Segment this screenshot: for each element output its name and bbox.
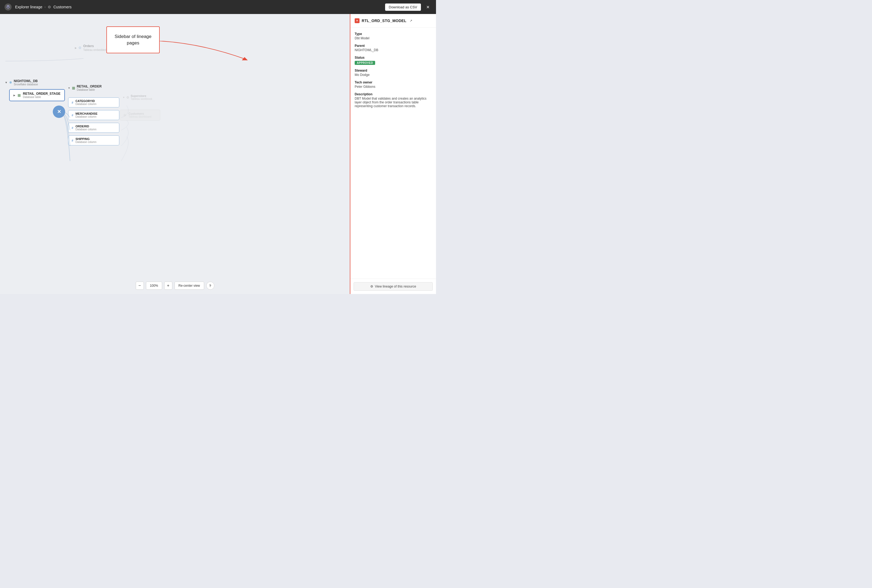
- column-categoryid-name: CATEGORYID: [75, 99, 96, 103]
- customers-faded-node[interactable]: ⚙ Customers Tableau dashboard: [120, 110, 160, 121]
- gear-icon: ⚙: [48, 5, 51, 9]
- tech-owner-value: Peter Gibbons: [355, 85, 432, 88]
- column-shipping-name: SHIPPING: [75, 137, 96, 141]
- field-description: Description DBT Model that validates and…: [355, 92, 432, 108]
- nightowl-db-label-row[interactable]: ▼ ❄ NIGHTOWL_DB Snowflake database: [5, 79, 65, 86]
- column-icon-shipping: #: [72, 139, 73, 142]
- app-logo: [4, 3, 12, 11]
- superstore-sub: Tableau workbook: [131, 98, 152, 100]
- column-icon-orderid: #: [72, 126, 73, 129]
- sidebar-content: Type Dbt Model Parent NIGHTOWL_DB Status…: [350, 28, 436, 279]
- svg-point-2: [6, 7, 8, 8]
- customers-faded-name: Customers: [129, 112, 152, 115]
- column-orderid[interactable]: # ORDERID Database column: [68, 123, 119, 133]
- breadcrumb: Explorer lineage › ⚙ Customers: [15, 5, 72, 9]
- customers-icon: ⚙: [123, 113, 126, 117]
- nightowl-db-group: ▼ ❄ NIGHTOWL_DB Snowflake database ▶ ▦ R…: [5, 79, 65, 101]
- expand-table-icon[interactable]: ▶: [14, 94, 15, 97]
- close-button[interactable]: ×: [424, 3, 432, 11]
- field-steward: Steward Mo Dodge: [355, 69, 432, 77]
- svg-point-1: [7, 5, 9, 7]
- annotation-box: Sidebar of lineage pages: [107, 26, 160, 53]
- superstore-icon: ⚙: [126, 96, 129, 99]
- svg-point-0: [5, 3, 12, 10]
- retail-order-name: RETAIL_ORDER: [77, 84, 102, 88]
- expand-caret-orders: ▶: [75, 46, 77, 49]
- dbt-icon: ✕: [355, 18, 360, 23]
- retail-order-label-row[interactable]: ▼ ▦ RETAIL_ORDER Database table: [68, 84, 102, 91]
- type-label: Type: [355, 32, 432, 36]
- retail-order-table-icon: ▦: [72, 86, 75, 90]
- retail-order-stage-node[interactable]: ▶ ▦ RETAIL_ORDER_STAGE Database table: [9, 89, 65, 101]
- description-label: Description: [355, 92, 432, 96]
- annotation-text: Sidebar of lineage pages: [107, 31, 159, 48]
- bottom-toolbar: − 100% + Re-center view ?: [135, 282, 214, 290]
- column-categoryid[interactable]: # CATEGORYID Database column: [68, 98, 119, 107]
- column-icon-categoryid: #: [72, 101, 73, 104]
- snowflake-icon: ❄: [9, 81, 12, 84]
- sidebar-title: RTL_ORD_STG_MODEL: [362, 19, 407, 23]
- retail-order-stage-sub: Database table: [23, 96, 61, 99]
- gear-icon-lineage: ⚙: [370, 285, 373, 288]
- svg-point-3: [9, 7, 10, 8]
- connector-lines: [0, 14, 350, 294]
- help-button[interactable]: ?: [206, 282, 215, 290]
- column-categoryid-sub: Database column: [75, 103, 96, 105]
- breadcrumb-separator: ›: [44, 5, 45, 9]
- sidebar-panel: ✕ RTL_ORD_STG_MODEL ↗ Type Dbt Model Par…: [350, 14, 436, 294]
- field-tech-owner: Tech owner Peter Gibbons: [355, 81, 432, 88]
- sidebar-footer: ⚙ View lineage of this resource: [350, 279, 436, 294]
- orders-icon: ⚙: [78, 46, 82, 50]
- svg-point-4: [8, 8, 9, 9]
- column-icon-merchandise: #: [72, 114, 73, 117]
- type-value: Dbt Model: [355, 36, 432, 40]
- table-icon: ▦: [18, 93, 21, 97]
- steward-label: Steward: [355, 69, 432, 72]
- nightowl-db-sub: Snowflake database: [14, 83, 38, 86]
- transform-icon: ✕: [57, 109, 61, 115]
- parent-value: NIGHTOWL_DB: [355, 48, 432, 52]
- retail-order-sub: Database table: [77, 88, 102, 91]
- status-badge: APPROVED: [355, 61, 375, 65]
- status-label: Status: [355, 56, 432, 60]
- graph-area: ▶ ⚙ Orders Tableau embedded data source …: [0, 14, 350, 294]
- view-lineage-label: View lineage of this resource: [375, 285, 416, 288]
- retail-order-group: ▼ ▦ RETAIL_ORDER Database table: [68, 84, 102, 91]
- zoom-in-button[interactable]: +: [164, 282, 172, 290]
- column-merchandise-sub: Database column: [75, 115, 98, 118]
- parent-label: Parent: [355, 44, 432, 48]
- customers-faded-sub: Tableau dashboard: [129, 115, 152, 118]
- field-status: Status APPROVED: [355, 56, 432, 65]
- transform-node[interactable]: ✕: [53, 105, 65, 118]
- superstore-node[interactable]: ▼ ⚙ Superstore Tableau workbook: [123, 94, 152, 100]
- recenter-button[interactable]: Re-center view: [174, 282, 204, 290]
- zoom-level-display: 100%: [146, 282, 162, 290]
- breadcrumb-current: Customers: [53, 5, 72, 9]
- zoom-out-button[interactable]: −: [135, 282, 144, 290]
- superstore-name: Superstore: [131, 94, 152, 98]
- nightowl-db-name: NIGHTOWL_DB: [14, 79, 38, 83]
- collapse-superstore-icon: ▼: [123, 96, 125, 99]
- view-lineage-button[interactable]: ⚙ View lineage of this resource: [354, 282, 433, 291]
- steward-value: Mo Dodge: [355, 73, 432, 77]
- columns-group: # CATEGORYID Database column # MERCHANDI…: [68, 98, 119, 148]
- tech-owner-label: Tech owner: [355, 81, 432, 84]
- field-type: Type Dbt Model: [355, 32, 432, 40]
- download-csv-button[interactable]: Download as CSV: [385, 3, 421, 11]
- header: Explorer lineage › ⚙ Customers Download …: [0, 0, 436, 14]
- lineage-canvas: ▶ ⚙ Orders Tableau embedded data source …: [0, 14, 350, 294]
- external-link-icon[interactable]: ↗: [410, 19, 412, 22]
- column-orderid-name: ORDERID: [75, 124, 96, 128]
- header-actions: Download as CSV ×: [385, 3, 432, 11]
- breadcrumb-home[interactable]: Explorer lineage: [15, 5, 42, 9]
- description-value: DBT Model that validates and creates an …: [355, 97, 432, 108]
- retail-order-stage-name: RETAIL_ORDER_STAGE: [23, 92, 61, 96]
- column-merchandise[interactable]: # MERCHANDISE Database column: [68, 110, 119, 120]
- column-shipping[interactable]: # SHIPPING Database column: [68, 135, 119, 146]
- sidebar-header: ✕ RTL_ORD_STG_MODEL ↗: [350, 14, 436, 28]
- collapse-icon[interactable]: ▼: [5, 81, 8, 84]
- collapse-retail-order-icon[interactable]: ▼: [68, 87, 70, 89]
- column-orderid-sub: Database column: [75, 128, 96, 131]
- column-merchandise-name: MERCHANDISE: [75, 112, 98, 115]
- field-parent: Parent NIGHTOWL_DB: [355, 44, 432, 52]
